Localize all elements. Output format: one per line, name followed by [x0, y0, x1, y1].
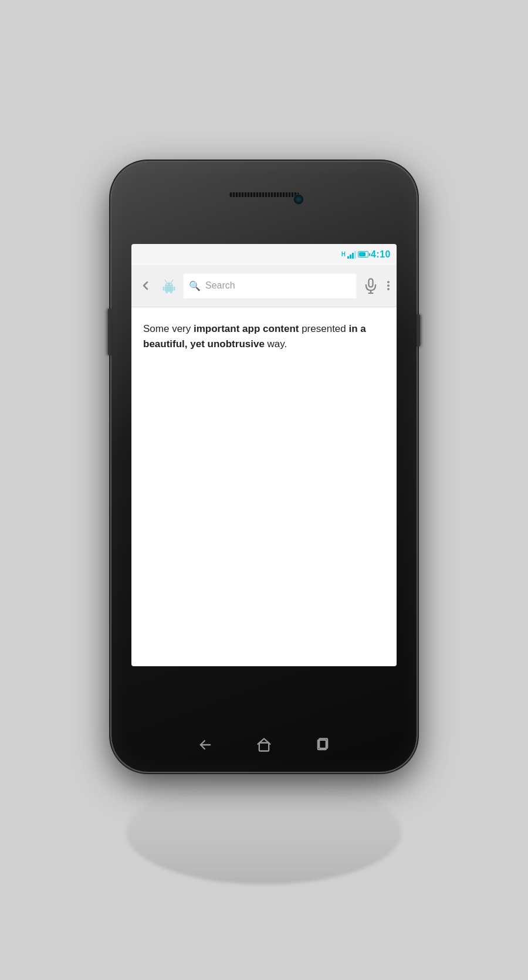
h-signal-icon: H	[341, 251, 346, 257]
speaker-grill	[229, 192, 299, 197]
content-text-bold-1: important app content	[194, 323, 299, 334]
app-content: Some very important app content presente…	[131, 307, 397, 666]
svg-rect-7	[165, 292, 168, 294]
nav-back-icon	[197, 737, 214, 753]
svg-rect-8	[170, 292, 172, 294]
svg-point-3	[170, 284, 171, 285]
svg-rect-12	[259, 742, 269, 751]
search-placeholder: Search	[205, 280, 351, 291]
svg-point-2	[167, 284, 168, 285]
action-bar: 🔍 Search	[131, 265, 397, 307]
content-paragraph: Some very important app content presente…	[143, 321, 385, 352]
front-camera	[293, 194, 304, 205]
nav-recents-icon	[314, 737, 331, 753]
svg-rect-5	[163, 286, 165, 290]
screen-area: H 4:10	[131, 244, 397, 666]
nav-recents-button[interactable]	[308, 733, 337, 757]
content-text-1: Some very	[143, 323, 194, 334]
nav-home-button[interactable]	[249, 733, 279, 757]
more-options-button[interactable]	[385, 277, 392, 294]
phone-frame: H 4:10	[111, 162, 417, 772]
bottom-nav-bar	[176, 727, 352, 762]
phone-shell: H 4:10	[111, 162, 417, 772]
battery-icon	[358, 251, 368, 257]
status-bar: H 4:10	[131, 244, 397, 265]
svg-line-0	[165, 280, 167, 282]
svg-line-1	[171, 280, 173, 282]
status-icons: H	[341, 250, 368, 259]
status-time: 4:10	[371, 249, 391, 260]
content-text-3: way.	[265, 338, 287, 350]
nav-home-icon	[256, 737, 272, 753]
volume-button[interactable]	[108, 308, 111, 355]
svg-rect-9	[369, 279, 373, 287]
search-icon: 🔍	[189, 280, 201, 291]
android-logo-icon	[161, 277, 177, 294]
microphone-icon	[363, 277, 379, 294]
signal-bars-icon	[347, 250, 356, 259]
back-arrow-icon	[140, 280, 151, 291]
svg-rect-6	[174, 286, 175, 290]
phone-reflection	[115, 779, 413, 884]
nav-back-button[interactable]	[191, 733, 220, 757]
content-text-2: presented	[299, 323, 348, 334]
android-icon	[158, 275, 180, 296]
power-button[interactable]	[417, 314, 420, 347]
search-input-box[interactable]: 🔍 Search	[183, 273, 357, 299]
mic-button[interactable]	[360, 273, 381, 299]
svg-rect-4	[165, 286, 173, 291]
back-button[interactable]	[136, 276, 155, 295]
